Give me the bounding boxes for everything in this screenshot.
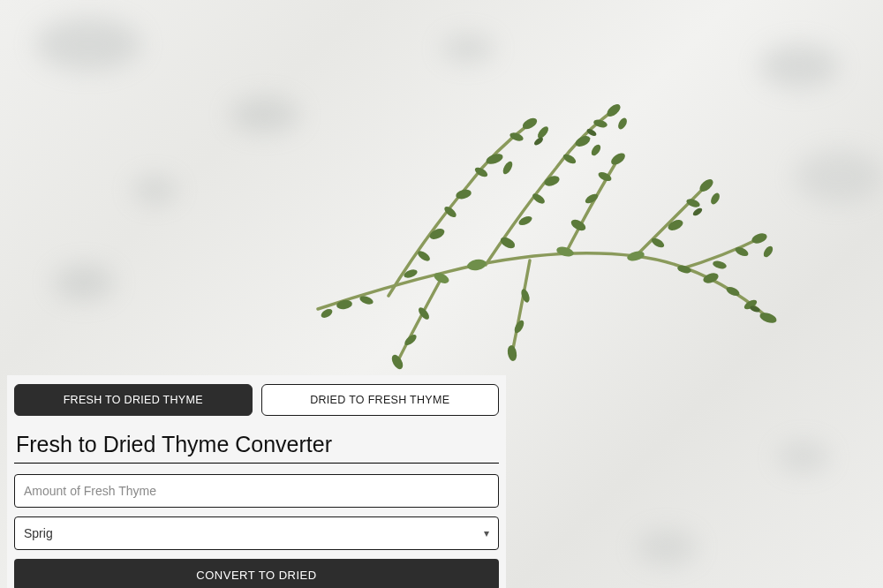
svg-point-48 bbox=[466, 258, 487, 272]
svg-point-21 bbox=[609, 151, 627, 168]
svg-point-50 bbox=[626, 250, 645, 263]
svg-point-16 bbox=[590, 143, 603, 157]
svg-point-42 bbox=[507, 344, 518, 361]
converter-title: Fresh to Dried Thyme Converter bbox=[14, 430, 499, 464]
converter-panel: FRESH TO DRIED THYME DRIED TO FRESH THYM… bbox=[7, 375, 506, 588]
svg-point-54 bbox=[691, 207, 703, 217]
unit-select[interactable]: Sprig ▾ bbox=[14, 516, 499, 550]
svg-point-30 bbox=[751, 231, 768, 245]
svg-point-49 bbox=[555, 245, 575, 259]
svg-point-45 bbox=[336, 299, 352, 311]
svg-point-5 bbox=[502, 160, 515, 176]
svg-point-2 bbox=[536, 124, 550, 139]
svg-point-32 bbox=[762, 245, 775, 259]
amount-field-wrapper bbox=[14, 474, 499, 508]
svg-point-13 bbox=[616, 117, 629, 131]
tab-row: FRESH TO DRIED THYME DRIED TO FRESH THYM… bbox=[14, 384, 499, 416]
amount-input[interactable] bbox=[24, 475, 489, 507]
tab-dried-to-fresh[interactable]: DRIED TO FRESH THYME bbox=[261, 384, 500, 416]
svg-point-27 bbox=[709, 192, 721, 206]
svg-point-17 bbox=[543, 174, 561, 188]
svg-point-33 bbox=[712, 260, 728, 270]
svg-point-39 bbox=[389, 353, 405, 372]
convert-button[interactable]: CONVERT TO DRIED bbox=[14, 559, 499, 588]
unit-selected-label: Sprig bbox=[24, 526, 53, 540]
svg-point-28 bbox=[667, 218, 685, 233]
tab-fresh-to-dried[interactable]: FRESH TO DRIED THYME bbox=[14, 384, 253, 416]
chevron-down-icon: ▾ bbox=[484, 527, 489, 539]
svg-point-8 bbox=[428, 227, 447, 242]
